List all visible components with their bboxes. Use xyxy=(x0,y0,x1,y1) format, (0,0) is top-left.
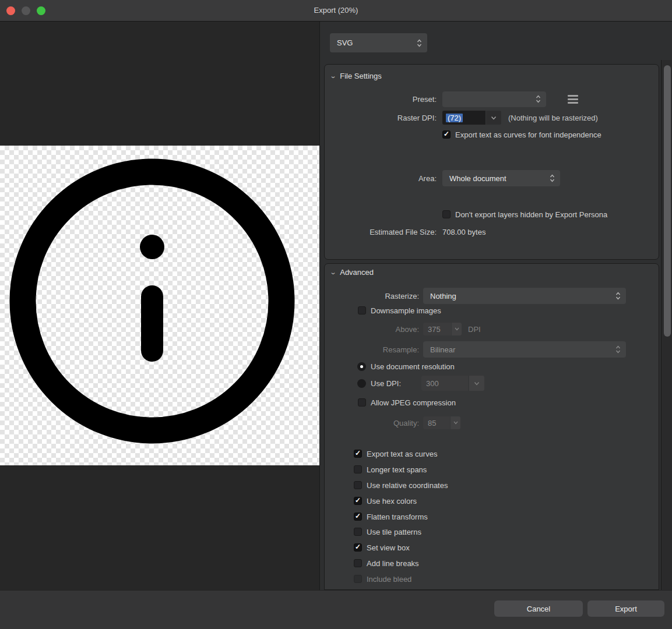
rasterize-select[interactable]: Nothing xyxy=(423,288,626,304)
quality-label: Quality: xyxy=(325,419,419,427)
use-dpi-value: 300 xyxy=(426,379,439,388)
area-label: Area: xyxy=(325,174,437,183)
option-label: Set view box xyxy=(367,543,410,552)
quality-row: Quality: 85 xyxy=(325,416,659,429)
option-label: Add line breaks xyxy=(367,559,419,568)
above-dpi-suffix: DPI xyxy=(468,325,481,334)
use-dpi-dropdown-button xyxy=(469,376,484,391)
dont-export-hidden-label: Don't export layers hidden by Export Per… xyxy=(455,210,607,219)
downsample-checkbox[interactable] xyxy=(358,306,366,314)
raster-dpi-row: Raster DPI: (72) (Nothing will be raster… xyxy=(325,111,659,125)
dont-export-hidden-row: Don't export layers hidden by Export Per… xyxy=(325,209,659,220)
raster-dpi-input[interactable]: (72) xyxy=(442,111,485,125)
option-row: Include bleed xyxy=(325,573,659,585)
option-label: Export text as curves xyxy=(367,450,437,458)
option-checkbox[interactable] xyxy=(354,528,362,536)
resample-label: Resample: xyxy=(325,345,419,354)
export-text-curves-font-checkbox[interactable] xyxy=(442,130,451,139)
export-dialog: Export (20%) SVG ⌄ File Settings xyxy=(0,0,672,629)
option-label: Use tile patterns xyxy=(367,528,421,536)
export-text-curves-font-label: Export text as curves for font independe… xyxy=(455,130,601,139)
export-preview xyxy=(0,22,319,590)
allow-jpeg-label: Allow JPEG compression xyxy=(371,398,456,407)
option-label: Use hex colors xyxy=(367,497,417,506)
estimated-file-size-label: Estimated File Size: xyxy=(325,228,437,236)
use-document-resolution-label: Use document resolution xyxy=(371,362,455,371)
updown-chevron-icon xyxy=(417,38,422,48)
raster-dpi-label: Raster DPI: xyxy=(325,114,437,122)
option-label: Include bleed xyxy=(367,575,411,584)
down-chevron-icon xyxy=(474,381,480,386)
option-row: Use tile patterns xyxy=(325,526,659,538)
updown-chevron-icon xyxy=(615,345,621,354)
option-checkbox[interactable] xyxy=(354,559,362,567)
preset-label: Preset: xyxy=(325,95,437,104)
use-dpi-radio[interactable] xyxy=(357,379,366,388)
scrollbar-track[interactable] xyxy=(661,60,672,590)
quality-value: 85 xyxy=(428,419,436,427)
use-document-resolution-row: Use document resolution xyxy=(325,361,659,372)
info-circle-icon xyxy=(0,146,319,465)
option-label: Use relative coordinates xyxy=(367,481,448,490)
export-settings-panel: SVG ⌄ File Settings Preset: xyxy=(319,22,672,590)
option-row: Export text as curves xyxy=(325,448,659,460)
down-chevron-icon xyxy=(453,421,458,425)
format-select[interactable]: SVG xyxy=(330,33,427,52)
estimated-file-size-value: 708.00 bytes xyxy=(442,228,485,236)
option-checkbox[interactable] xyxy=(354,497,362,505)
export-button[interactable]: Export xyxy=(587,600,664,617)
use-dpi-row: Use DPI: 300 xyxy=(325,376,659,391)
cancel-button[interactable]: Cancel xyxy=(494,600,583,617)
advanced-title: Advanced xyxy=(340,268,374,277)
format-select-value: SVG xyxy=(337,38,353,47)
use-dpi-input: 300 xyxy=(421,376,468,391)
rasterize-label: Rasterize: xyxy=(325,292,419,301)
option-row: Set view box xyxy=(325,542,659,553)
estimated-file-size-row: Estimated File Size: 708.00 bytes xyxy=(325,226,659,238)
option-label: Longer text spans xyxy=(367,465,427,474)
export-text-curves-font-row: Export text as curves for font independe… xyxy=(325,129,659,140)
raster-dpi-value: (72) xyxy=(446,114,463,122)
downsample-label: Downsample images xyxy=(371,306,441,315)
resample-select: Bilinear xyxy=(423,341,626,358)
option-row: Use relative coordinates xyxy=(325,479,659,491)
dialog-footer: Cancel Export xyxy=(0,590,672,629)
resample-select-value: Bilinear xyxy=(430,345,455,354)
option-checkbox[interactable] xyxy=(354,450,362,458)
file-settings-section: ⌄ File Settings Preset: Raster DPI: (72) xyxy=(324,64,659,260)
above-input: 375 xyxy=(423,323,451,335)
updown-chevron-icon xyxy=(550,174,555,183)
option-checkbox[interactable] xyxy=(354,481,362,489)
allow-jpeg-checkbox[interactable] xyxy=(358,398,366,407)
area-select[interactable]: Whole document xyxy=(442,170,560,186)
collapse-chevron-icon: ⌄ xyxy=(330,72,337,80)
scrollbar-thumb[interactable] xyxy=(664,65,671,337)
option-row: Longer text spans xyxy=(325,464,659,475)
preset-row: Preset: xyxy=(325,91,659,107)
updown-chevron-icon xyxy=(615,291,621,301)
option-checkbox[interactable] xyxy=(354,543,362,552)
above-label: Above: xyxy=(325,325,419,334)
use-dpi-label: Use DPI: xyxy=(371,379,401,388)
raster-dpi-note: (Nothing will be rasterized) xyxy=(508,114,598,122)
quality-input: 85 xyxy=(423,416,450,429)
raster-dpi-dropdown-button[interactable] xyxy=(486,111,501,125)
option-checkbox[interactable] xyxy=(354,513,362,521)
allow-jpeg-row: Allow JPEG compression xyxy=(325,397,659,408)
down-chevron-icon xyxy=(491,116,497,120)
option-label: Flatten transforms xyxy=(367,513,428,521)
quality-dropdown-button xyxy=(451,416,460,429)
file-settings-header[interactable]: ⌄ File Settings xyxy=(330,72,382,80)
advanced-header[interactable]: ⌄ Advanced xyxy=(330,268,374,277)
down-chevron-icon xyxy=(455,327,459,331)
window-title: Export (20%) xyxy=(0,6,672,15)
downsample-row: Downsample images xyxy=(325,305,659,316)
rasterize-row: Rasterize: Nothing xyxy=(325,288,659,304)
option-row: Add line breaks xyxy=(325,557,659,569)
preset-menu-icon[interactable] xyxy=(568,95,578,104)
above-value: 375 xyxy=(428,325,441,334)
use-document-resolution-radio[interactable] xyxy=(357,362,366,371)
preset-select[interactable] xyxy=(442,91,546,107)
option-checkbox[interactable] xyxy=(354,465,362,473)
dont-export-hidden-checkbox[interactable] xyxy=(442,210,451,218)
